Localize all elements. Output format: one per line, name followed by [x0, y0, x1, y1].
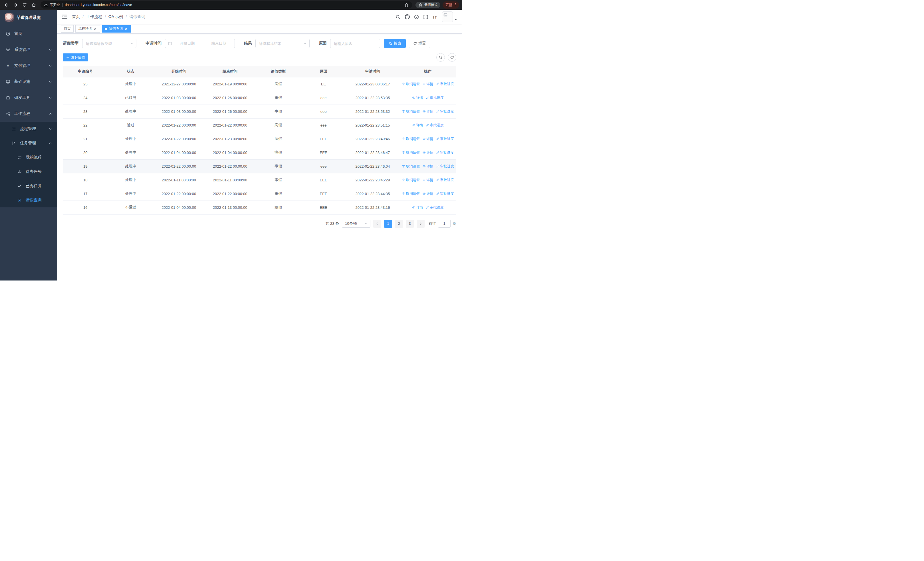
detail-link[interactable]: 详情: [412, 205, 423, 210]
approval-progress-link[interactable]: 审批进度: [436, 191, 454, 196]
detail-link[interactable]: 详情: [422, 109, 434, 114]
close-tab-icon[interactable]: [124, 27, 128, 31]
fullscreen-icon[interactable]: [423, 15, 428, 20]
reset-button[interactable]: 重置: [409, 39, 430, 48]
close-tab-icon[interactable]: [93, 27, 97, 31]
leave-type-select[interactable]: [82, 39, 136, 48]
tab-leave-query[interactable]: 请假查询: [102, 25, 131, 33]
sidebar-item-payment[interactable]: ¥ 支付管理: [0, 58, 57, 74]
back-icon[interactable]: [3, 2, 10, 8]
detail-link[interactable]: 详情: [422, 150, 434, 155]
leave-type-select-input[interactable]: [82, 39, 136, 48]
filter-leave-type: 请假类型: [63, 39, 136, 48]
sidebar-item-system[interactable]: 系统管理: [0, 42, 57, 58]
address-bar[interactable]: 不安全 dashboard.yudao.iocoder.cn/bpm/oa/le…: [40, 1, 412, 9]
reason-input-wrap[interactable]: [330, 39, 380, 48]
refresh-table-button[interactable]: [448, 53, 456, 62]
app-logo-row[interactable]: 芋道管理系统: [0, 10, 57, 26]
action-label: 取消请假: [406, 191, 420, 196]
cancel-leave-link[interactable]: 取消请假: [402, 150, 420, 155]
sidebar-item-leave-query[interactable]: 请假查询: [0, 193, 57, 208]
page-button-2[interactable]: 2: [395, 220, 403, 228]
detail-link[interactable]: 详情: [422, 191, 434, 196]
approval-progress-link[interactable]: 审批进度: [436, 177, 454, 182]
navbar: 首页 / 工作流程 / OA 示例 / 请假查询: [57, 10, 462, 24]
search-icon[interactable]: [396, 15, 400, 20]
forward-icon[interactable]: [12, 2, 19, 8]
gear-icon: [6, 47, 10, 52]
approval-progress-link[interactable]: 审批进度: [436, 137, 454, 141]
detail-link[interactable]: 详情: [422, 137, 434, 141]
cancel-leave-link[interactable]: 取消请假: [402, 109, 420, 114]
cancel-leave-link[interactable]: 取消请假: [402, 82, 420, 87]
sidebar-item-task-mgmt[interactable]: 任务管理: [0, 136, 57, 150]
end-time-cell: 2022-01-23 00:00:00: [204, 132, 255, 146]
approval-progress-link[interactable]: 审批进度: [436, 150, 454, 155]
home-icon[interactable]: [30, 2, 37, 8]
result-select-input[interactable]: [256, 39, 309, 48]
approval-progress-link[interactable]: 审批进度: [436, 164, 454, 169]
toggle-search-button[interactable]: [436, 53, 445, 62]
approval-progress-link[interactable]: 审批进度: [426, 123, 444, 128]
page-button-1[interactable]: 1: [384, 220, 392, 228]
reason-cell: EE: [301, 77, 346, 91]
action-label: 审批进度: [440, 109, 454, 114]
reload-icon[interactable]: [21, 2, 28, 8]
sidebar-item-home[interactable]: 首页: [0, 26, 57, 42]
breadcrumb-item-workflow[interactable]: 工作流程: [86, 14, 102, 20]
status-cell: 处理中: [108, 187, 153, 200]
help-icon[interactable]: [414, 15, 419, 20]
goto-page-input[interactable]: [438, 220, 451, 228]
reason-input[interactable]: [330, 39, 380, 48]
menu-dots-icon[interactable]: [453, 3, 458, 7]
edit-icon: [436, 164, 440, 168]
page-size-select[interactable]: 10条/页: [342, 220, 370, 228]
filter-form: 请假类型 申请时间 开始日期 - 结束日期: [63, 39, 456, 48]
sidebar-item-my-process[interactable]: 我的流程: [0, 150, 57, 164]
apply-id-cell: 20: [63, 146, 108, 159]
cancel-leave-link[interactable]: 取消请假: [402, 164, 420, 169]
sidebar-item-infra[interactable]: 基础设施: [0, 74, 57, 90]
sidebar-item-devtools[interactable]: 研发工具: [0, 90, 57, 106]
bookmark-star-icon[interactable]: [404, 3, 409, 7]
tab-home[interactable]: 首页: [61, 25, 74, 33]
create-leave-button[interactable]: 发起请假: [63, 53, 88, 62]
approval-progress-link[interactable]: 审批进度: [436, 82, 454, 87]
github-icon[interactable]: [405, 14, 410, 20]
approval-progress-link[interactable]: 审批进度: [436, 109, 454, 114]
detail-link[interactable]: 详情: [422, 164, 434, 169]
sidebar-item-process-mgmt[interactable]: 流程管理: [0, 122, 57, 136]
cancel-leave-link[interactable]: 取消请假: [402, 191, 420, 196]
leave-table: 申请编号 状态 开始时间 结束时间 请假类型 原因 申请时间 操作 25处理中2…: [63, 66, 456, 215]
detail-link[interactable]: 详情: [412, 123, 423, 128]
page-button-3[interactable]: 3: [406, 220, 414, 228]
status-cell: 通过: [108, 118, 153, 132]
detail-link[interactable]: 详情: [422, 177, 434, 182]
breadcrumb-item-home[interactable]: 首页: [72, 14, 80, 20]
detail-link[interactable]: 详情: [422, 82, 434, 87]
approval-progress-link[interactable]: 审批进度: [426, 205, 444, 210]
sidebar-item-done-tasks[interactable]: 已办任务: [0, 179, 57, 193]
eye-icon: [422, 192, 426, 196]
tab-process-detail[interactable]: 流程详情: [75, 25, 100, 33]
sidebar-item-todo-tasks[interactable]: 待办任务: [0, 164, 57, 179]
sidebar-item-label: 我的流程: [26, 155, 42, 160]
cancel-leave-link[interactable]: 取消请假: [402, 137, 420, 141]
breadcrumb-item-oa[interactable]: OA 示例: [108, 14, 123, 20]
apply-time-range-picker[interactable]: 开始日期 - 结束日期: [165, 39, 235, 48]
security-chip[interactable]: 不安全: [44, 3, 60, 8]
trash-icon: [402, 151, 405, 154]
navbar-actions: TT: [396, 11, 462, 22]
next-page-button[interactable]: [417, 220, 424, 228]
cancel-leave-link[interactable]: 取消请假: [402, 177, 420, 182]
font-size-icon[interactable]: TT: [432, 15, 436, 20]
approval-progress-link[interactable]: 审批进度: [426, 95, 444, 100]
result-select[interactable]: [255, 39, 310, 48]
detail-link[interactable]: 详情: [412, 95, 423, 100]
search-button[interactable]: 搜索: [384, 39, 406, 48]
sidebar-item-workflow[interactable]: 工作流程: [0, 106, 57, 122]
hamburger-icon[interactable]: [57, 14, 72, 20]
prev-page-button[interactable]: [373, 220, 381, 228]
user-menu[interactable]: [442, 11, 458, 22]
browser-update-button[interactable]: 更新: [442, 2, 459, 9]
